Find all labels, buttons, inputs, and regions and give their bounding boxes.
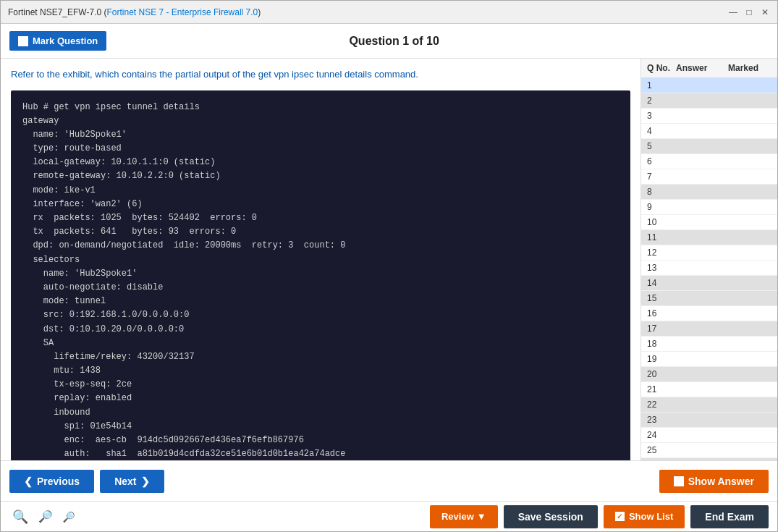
review-dropdown-icon: ▼ (477, 511, 486, 522)
question-list-item[interactable]: 8 (641, 185, 777, 200)
q-number: 3 (647, 111, 676, 121)
save-session-label: Save Session (518, 511, 583, 523)
question-list-item[interactable]: 3 (641, 109, 777, 124)
title-prefix: Fortinet NSE7_EFW-7.0 ( (8, 7, 107, 17)
q-answer (676, 339, 728, 349)
question-list-item[interactable]: 20 (641, 367, 777, 382)
q-answer (676, 384, 728, 394)
q-answer (676, 217, 728, 227)
mark-question-label: Mark Question (33, 35, 98, 46)
close-button[interactable]: ✕ (760, 7, 770, 17)
q-marked (728, 96, 771, 106)
q-answer (676, 354, 728, 364)
q-number: 14 (647, 278, 676, 288)
q-answer (676, 324, 728, 334)
show-list-button[interactable]: Show List (604, 505, 685, 528)
question-list-item[interactable]: 23 (641, 413, 777, 428)
question-list-item[interactable]: 18 (641, 337, 777, 352)
window-title: Fortinet NSE7_EFW-7.0 (Fortinet NSE 7 - … (8, 7, 261, 17)
maximize-button[interactable]: □ (744, 7, 754, 17)
end-exam-label: End Exam (705, 511, 754, 523)
q-answer (676, 293, 728, 303)
question-list-item[interactable]: 5 (641, 139, 777, 154)
q-answer (676, 202, 728, 212)
q-marked (728, 415, 771, 425)
q-number: 9 (647, 202, 676, 212)
col-q-header: Q No. (647, 63, 676, 73)
q-marked (728, 187, 771, 197)
q-number: 5 (647, 141, 676, 151)
question-list-item[interactable]: 12 (641, 245, 777, 261)
q-answer (676, 187, 728, 197)
q-number: 21 (647, 384, 676, 394)
question-list-item[interactable]: 25 (641, 443, 777, 458)
question-list-item[interactable]: 17 (641, 321, 777, 337)
q-number: 18 (647, 339, 676, 349)
question-list-item[interactable]: 10 (641, 215, 777, 230)
question-list-item[interactable]: 24 (641, 428, 777, 443)
bottom-right-buttons: Review ▼ Save Session Show List End Exam (430, 505, 769, 528)
question-list-item[interactable]: 7 (641, 169, 777, 185)
col-marked-header: Marked (728, 63, 771, 73)
question-list-item[interactable]: 19 (641, 352, 777, 367)
q-answer (676, 232, 728, 242)
question-list-item[interactable]: 21 (641, 382, 777, 397)
q-number: 23 (647, 415, 676, 425)
question-list-item[interactable]: 15 (641, 291, 777, 306)
q-number: 7 (647, 172, 676, 182)
q-number: 10 (647, 217, 676, 227)
zoom-out-button[interactable]: 🔍 (9, 507, 31, 526)
q-number: 17 (647, 324, 676, 334)
mark-question-button[interactable]: Mark Question (9, 31, 106, 51)
title-link: Fortinet NSE 7 - Enterprise Firewall 7.0 (107, 7, 258, 17)
q-marked (728, 278, 771, 288)
q-number: 6 (647, 156, 676, 166)
question-list-item[interactable]: 4 (641, 124, 777, 139)
question-list-item[interactable]: 2 (641, 93, 777, 109)
minimize-button[interactable]: ― (728, 7, 738, 17)
question-list-item[interactable]: 9 (641, 200, 777, 215)
code-exhibit: Hub # get vpn ipsec tunnel details gatew… (11, 90, 630, 461)
zoom-reset-button[interactable]: 🔎 (35, 508, 56, 525)
next-arrow-icon: ❯ (141, 476, 150, 487)
q-number: 24 (647, 430, 676, 440)
zoom-in-button[interactable]: 🔍 (60, 510, 78, 524)
show-answer-checkbox-icon (674, 476, 684, 486)
review-label: Review (441, 511, 474, 522)
q-marked (728, 445, 771, 455)
next-label: Next (114, 476, 136, 487)
title-suffix: ) (258, 7, 261, 17)
col-answer-header: Answer (676, 63, 728, 73)
main-content: Refer to the exhibit, which contains the… (1, 59, 777, 460)
q-answer (676, 96, 728, 106)
end-exam-button[interactable]: End Exam (690, 505, 769, 528)
show-answer-button[interactable]: Show Answer (659, 470, 769, 493)
q-number: 22 (647, 400, 676, 410)
q-marked (728, 400, 771, 410)
previous-button[interactable]: ❮ Previous (9, 470, 94, 493)
q-number: 15 (647, 293, 676, 303)
q-marked (728, 384, 771, 394)
q-marked (728, 263, 771, 273)
mark-checkbox-icon (18, 36, 28, 46)
q-answer (676, 111, 728, 121)
next-button[interactable]: Next ❯ (100, 470, 164, 493)
question-text: Refer to the exhibit, which contains the… (11, 67, 630, 82)
q-answer (676, 141, 728, 151)
q-number: 11 (647, 232, 676, 242)
q-answer (676, 430, 728, 440)
review-button[interactable]: Review ▼ (430, 505, 498, 528)
q-number: 1 (647, 80, 676, 90)
q-marked (728, 156, 771, 166)
main-toolbar: Mark Question Question 1 of 10 (1, 24, 777, 59)
question-list-item[interactable]: 14 (641, 276, 777, 291)
question-list-item[interactable]: 13 (641, 261, 777, 276)
question-list-item[interactable]: 16 (641, 306, 777, 321)
previous-arrow-icon: ❮ (24, 476, 33, 487)
question-list-item[interactable]: 11 (641, 230, 777, 245)
question-list-item[interactable]: 6 (641, 154, 777, 169)
save-session-button[interactable]: Save Session (504, 505, 598, 528)
question-list-item[interactable]: 1 (641, 78, 777, 93)
question-list-item[interactable]: 22 (641, 397, 777, 413)
q-answer (676, 80, 728, 90)
